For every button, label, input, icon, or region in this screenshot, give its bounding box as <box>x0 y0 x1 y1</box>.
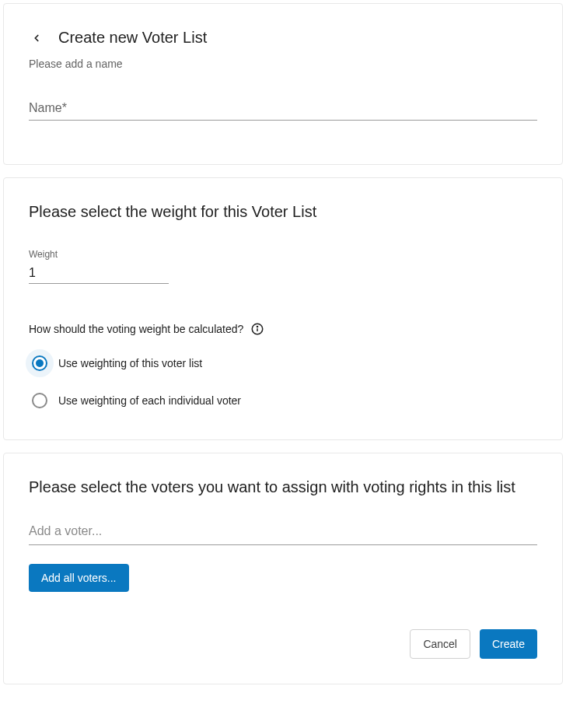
name-card: Create new Voter List Please add a name … <box>3 3 563 165</box>
cancel-button[interactable]: Cancel <box>410 629 470 659</box>
add-voter-input[interactable] <box>29 518 537 545</box>
add-all-voters-button[interactable]: Add all voters... <box>29 564 129 592</box>
radio-icon <box>32 355 47 371</box>
page-subtitle: Please add a name <box>29 58 537 70</box>
weight-input[interactable] <box>29 263 169 284</box>
voters-card: Please select the voters you want to ass… <box>3 453 563 684</box>
radio-option-individual-weight[interactable]: Use weighting of each individual voter <box>29 387 537 415</box>
calc-question: How should the voting weight be calculat… <box>29 323 243 335</box>
weight-section-title: Please select the weight for this Voter … <box>29 203 537 221</box>
back-icon[interactable] <box>29 30 44 46</box>
calc-question-row: How should the voting weight be calculat… <box>29 321 537 337</box>
header-row: Create new Voter List <box>29 29 537 47</box>
page-title: Create new Voter List <box>58 29 207 47</box>
name-field-label[interactable]: Name* <box>29 101 537 121</box>
radio-icon <box>32 393 47 408</box>
weight-label: Weight <box>29 249 169 260</box>
weight-input-wrap: Weight <box>29 249 169 284</box>
svg-point-2 <box>257 326 258 327</box>
info-icon[interactable] <box>250 321 265 337</box>
weight-card: Please select the weight for this Voter … <box>3 177 563 440</box>
weight-radio-group: Use weighting of this voter list Use wei… <box>29 349 537 415</box>
radio-option-list-weight[interactable]: Use weighting of this voter list <box>29 349 537 377</box>
voter-input-wrap <box>29 518 537 545</box>
radio-label: Use weighting of each individual voter <box>58 394 241 407</box>
name-input-wrap: Name* <box>29 101 537 121</box>
create-button[interactable]: Create <box>480 629 537 659</box>
radio-label: Use weighting of this voter list <box>58 357 202 369</box>
voters-section-title: Please select the voters you want to ass… <box>29 478 537 496</box>
footer-actions: Cancel Create <box>29 629 537 659</box>
